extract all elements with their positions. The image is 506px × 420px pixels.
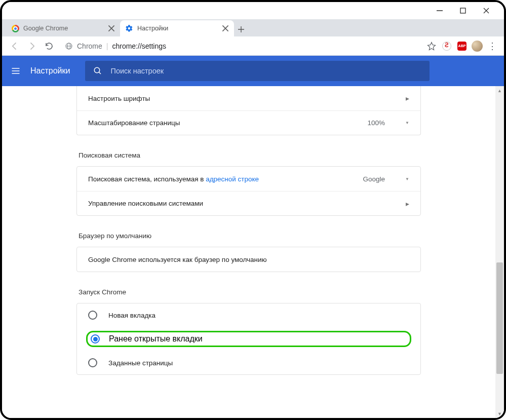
- window-maximize-button[interactable]: [458, 6, 468, 15]
- caret-down-icon: ▼: [405, 121, 409, 125]
- page-zoom-row: Масштабирование страницы 100% ▼: [77, 110, 420, 135]
- row-label: Google Chrome используется как браузер п…: [88, 256, 267, 263]
- radio-icon: [88, 311, 97, 320]
- radio-label: Новая вкладка: [108, 312, 155, 319]
- vertical-scrollbar[interactable]: ▲ ▼: [495, 86, 504, 418]
- yandex-extension-icon[interactable]: [441, 41, 452, 52]
- settings-search-input[interactable]: [110, 67, 421, 75]
- dropdown-value: Google: [363, 175, 385, 183]
- section-search-engine: Поисковая система: [79, 151, 421, 159]
- appearance-card: Настроить шрифты ▸ Масштабирование стран…: [76, 86, 421, 135]
- forward-button[interactable]: [25, 40, 38, 53]
- search-engine-row: Поисковая система, используемая в адресн…: [77, 167, 420, 191]
- startup-option-new-tab[interactable]: Новая вкладка: [77, 303, 420, 327]
- svg-rect-1: [460, 8, 465, 13]
- settings-search[interactable]: [85, 61, 430, 81]
- chrome-favicon-icon: [11, 24, 19, 32]
- search-icon: [93, 66, 102, 75]
- chevron-right-icon: ▸: [406, 94, 409, 102]
- caret-down-icon: ▼: [405, 177, 409, 181]
- settings-favicon-icon: [125, 24, 133, 32]
- tab-title: Настройки: [137, 25, 218, 32]
- startup-option-specific-pages[interactable]: Заданные страницы: [77, 351, 420, 374]
- toolbar: Chrome | chrome://settings ABP ⋮: [2, 36, 504, 56]
- window-controls-bar: [2, 2, 504, 19]
- settings-content: Настроить шрифты ▸ Масштабирование стран…: [2, 86, 495, 418]
- address-bar-link[interactable]: адресной строке: [206, 175, 259, 183]
- search-engine-card: Поисковая система, используемая в адресн…: [76, 166, 421, 216]
- address-bar[interactable]: Chrome | chrome://settings: [60, 39, 422, 53]
- scroll-down-icon[interactable]: ▼: [495, 409, 504, 418]
- window-close-button[interactable]: [482, 6, 491, 15]
- dropdown-value: 100%: [368, 119, 385, 127]
- startup-card: Новая вкладка Ранее открытые вкладки Зад…: [76, 303, 421, 375]
- row-label: Управление поисковыми системами: [88, 200, 203, 207]
- reload-button[interactable]: [43, 40, 56, 53]
- page-title: Настройки: [30, 66, 70, 75]
- tab-google-chrome[interactable]: Google Chrome: [6, 20, 120, 36]
- row-label: Масштабирование страницы: [88, 119, 180, 127]
- adblock-extension-icon[interactable]: ABP: [456, 41, 468, 52]
- startup-option-continue[interactable]: Ранее открытые вкладки: [77, 327, 420, 351]
- section-default-browser: Браузер по умолчанию: [79, 232, 421, 240]
- customize-fonts-row[interactable]: Настроить шрифты ▸: [77, 86, 420, 110]
- settings-header: Настройки: [2, 56, 504, 86]
- window-minimize-button[interactable]: [435, 6, 444, 15]
- section-startup: Запуск Chrome: [79, 288, 421, 296]
- default-browser-row: Google Chrome используется как браузер п…: [77, 247, 420, 272]
- svg-line-17: [99, 72, 101, 74]
- row-label: Настроить шрифты: [88, 95, 150, 102]
- scroll-up-icon[interactable]: ▲: [495, 86, 504, 95]
- tab-title: Google Chrome: [23, 25, 104, 32]
- tab-strip: Google Chrome Настройки: [2, 19, 504, 36]
- url-chip: Chrome: [77, 42, 102, 50]
- tab-close-icon[interactable]: [108, 25, 115, 32]
- menu-toggle-icon[interactable]: [10, 65, 21, 77]
- tab-settings[interactable]: Настройки: [120, 20, 234, 36]
- radio-label: Ранее открытые вкладки: [109, 334, 203, 343]
- bookmark-star-icon[interactable]: [426, 41, 437, 52]
- chevron-right-icon: ▸: [406, 200, 409, 208]
- page-zoom-dropdown[interactable]: 100% ▼: [368, 119, 409, 127]
- row-label: Поисковая система, используемая в адресн…: [88, 175, 259, 183]
- radio-icon: [91, 334, 100, 343]
- radio-icon: [88, 358, 97, 367]
- search-engine-dropdown[interactable]: Google ▼: [363, 175, 409, 183]
- back-button[interactable]: [8, 40, 21, 53]
- profile-avatar[interactable]: [472, 41, 483, 52]
- tab-close-icon[interactable]: [222, 25, 229, 32]
- site-info-icon[interactable]: [65, 42, 73, 50]
- new-tab-button[interactable]: [234, 22, 248, 36]
- default-browser-card: Google Chrome используется как браузер п…: [76, 247, 421, 272]
- radio-label: Заданные страницы: [108, 359, 173, 367]
- svg-point-16: [95, 67, 100, 73]
- settings-viewport: Настроить шрифты ▸ Масштабирование стран…: [2, 86, 504, 418]
- highlight-annotation: Ранее открытые вкладки: [86, 331, 411, 347]
- manage-search-engines-row[interactable]: Управление поисковыми системами ▸: [77, 191, 420, 215]
- url-text: chrome://settings: [112, 42, 166, 50]
- chrome-menu-button[interactable]: ⋮: [487, 41, 498, 52]
- scrollbar-thumb[interactable]: [496, 262, 503, 374]
